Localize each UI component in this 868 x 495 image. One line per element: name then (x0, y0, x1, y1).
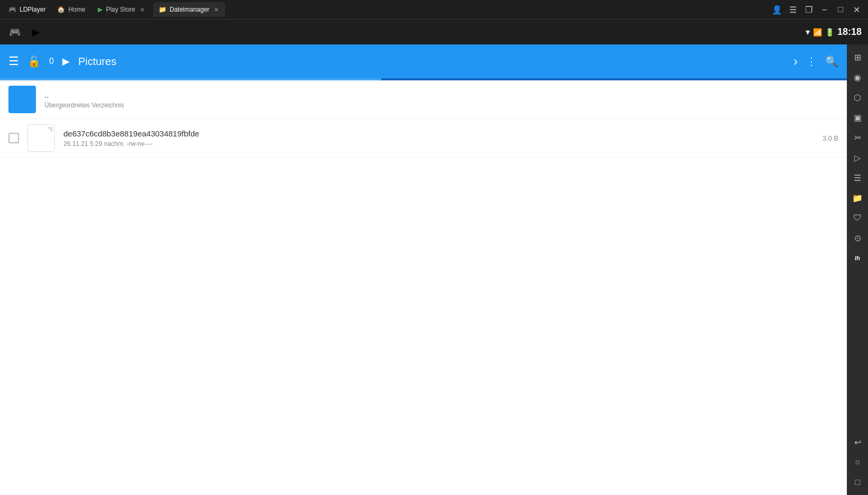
home-tab-label: Home (68, 6, 85, 13)
breadcrumb-title: Pictures (78, 56, 116, 68)
minimize-button[interactable]: – (817, 2, 832, 17)
shield-icon[interactable]: 🛡 (848, 208, 867, 227)
recent-icon[interactable]: □ (848, 473, 867, 492)
ldplayer-icon: 🎮 (8, 6, 16, 13)
breadcrumb-number: 0 (49, 57, 54, 66)
ldplayer-label: LDPlayer (20, 6, 45, 13)
back-icon[interactable]: ↩ (848, 433, 867, 452)
maximize-button[interactable]: □ (833, 2, 848, 17)
folder-sidebar-icon[interactable]: 📁 (848, 188, 867, 207)
signal-icon: 📶 (813, 28, 822, 36)
ih-special-icon[interactable]: Ih (848, 249, 867, 268)
home-tab[interactable]: 🏠 Home (52, 2, 90, 17)
dateimanager-tab-icon: 📁 (159, 6, 167, 13)
taskbar-game-icon[interactable]: 🎮 (6, 24, 23, 41)
playstore-tab-icon: ▶ (98, 6, 103, 13)
folder-icon (8, 86, 36, 113)
circle-icon[interactable]: ◉ (848, 68, 867, 87)
play-sidebar-icon[interactable]: ▷ (848, 148, 867, 167)
grid-view-icon[interactable]: ⊞ (848, 48, 867, 67)
account-button[interactable]: 👤 (770, 2, 784, 17)
playstore-tab[interactable]: ▶ Play Store ✕ (93, 2, 151, 17)
clock: 18:18 (837, 26, 862, 38)
file-subtitle-1: 26.11.21 5:29 nachm. -rw-rw---- (63, 140, 814, 148)
target-icon[interactable]: ⊙ (848, 228, 867, 248)
dateimanager-tab-close[interactable]: ✕ (213, 6, 220, 13)
file-doc-icon (27, 124, 55, 152)
dateimanager-tab-label: Dateimanager (170, 6, 209, 13)
app-bar-actions: › ⋮ 🔍 (793, 54, 838, 69)
file-manager: ☰ 🔓 0 ▶ Pictures › ⋮ 🔍 .. Übergeordnet (0, 44, 847, 495)
ldplayer-tab[interactable]: 🎮 LDPlayer (4, 6, 50, 13)
file-info-parent: .. Übergeordnetes Verzeichnis (44, 90, 838, 109)
playstore-tab-close[interactable]: ✕ (138, 6, 146, 13)
search-icon[interactable]: 🔍 (825, 55, 838, 68)
taskbar: 🎮 ▶ ▾ 📶 🔋 18:18 (0, 19, 868, 44)
window-controls: 👤 ☰ ❐ – □ ✕ (770, 2, 864, 17)
forward-icon[interactable]: › (793, 54, 798, 69)
main-container: ☰ 🔓 0 ▶ Pictures › ⋮ 🔍 .. Übergeordnet (0, 44, 868, 495)
more-options-icon[interactable]: ⋮ (806, 55, 817, 68)
cut-icon[interactable]: ✂ (848, 128, 867, 147)
file-size-1: 3.0 B (823, 134, 838, 142)
hex-icon[interactable]: ⬡ (848, 88, 867, 107)
file-list: .. Übergeordnetes Verzeichnis de637c6cd8… (0, 80, 847, 495)
wifi-icon: ▾ (806, 27, 810, 37)
right-sidebar: ⊞ ◉ ⬡ ▣ ✂ ▷ ☰ 📁 🛡 ⊙ Ih ↩ ○ □ (847, 44, 868, 495)
lock-icon[interactable]: 🔓 (27, 55, 41, 68)
file-name-parent: .. (44, 90, 838, 99)
file-checkbox[interactable] (8, 133, 19, 143)
file-name-1: de637c6cd8b3e8819ea43034819fbfde (63, 129, 814, 138)
square-icon[interactable]: ▣ (848, 108, 867, 127)
breadcrumb-arrow-icon: ▶ (62, 56, 70, 67)
taskbar-play-icon[interactable]: ▶ (27, 24, 44, 41)
home-icon[interactable]: ○ (848, 453, 867, 472)
app-bar: ☰ 🔓 0 ▶ Pictures › ⋮ 🔍 (0, 44, 847, 78)
list-item-parent[interactable]: .. Übergeordnetes Verzeichnis (0, 80, 847, 119)
list-view-icon[interactable]: ☰ (848, 168, 867, 187)
file-subtitle-parent: Übergeordnetes Verzeichnis (44, 102, 838, 109)
restore-button[interactable]: ❐ (801, 2, 816, 17)
list-item-file[interactable]: de637c6cd8b3e8819ea43034819fbfde 26.11.2… (0, 119, 847, 158)
title-bar: 🎮 LDPlayer 🏠 Home ▶ Play Store ✕ 📁 Datei… (0, 0, 868, 19)
home-tab-icon: 🏠 (57, 6, 65, 13)
hamburger-menu-icon[interactable]: ☰ (8, 54, 19, 68)
menu-button[interactable]: ☰ (786, 2, 800, 17)
playstore-tab-label: Play Store (106, 6, 135, 13)
battery-icon: 🔋 (825, 28, 834, 36)
file-info-1: de637c6cd8b3e8819ea43034819fbfde 26.11.2… (63, 129, 814, 148)
dateimanager-tab[interactable]: 📁 Dateimanager ✕ (153, 2, 225, 17)
close-button[interactable]: ✕ (849, 2, 864, 17)
taskbar-status: ▾ 📶 🔋 18:18 (806, 26, 862, 38)
